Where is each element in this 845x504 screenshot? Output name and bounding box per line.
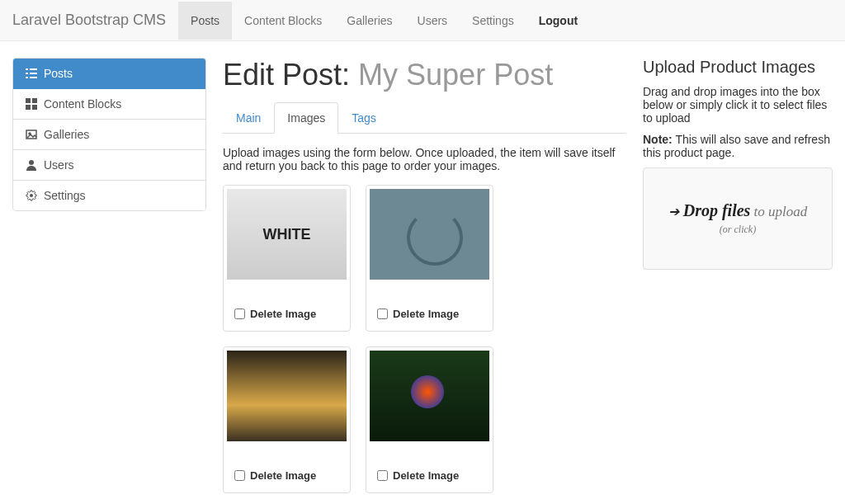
- sidebar-label: Users: [44, 158, 74, 172]
- image-card[interactable]: WHITE Delete Image: [223, 185, 351, 332]
- upload-desc: Drag and drop images into the box below …: [643, 85, 833, 125]
- title-post-name: My Super Post: [358, 58, 553, 92]
- svg-rect-2: [26, 73, 28, 74]
- sidebar-item-users[interactable]: Users: [13, 150, 205, 181]
- brand-link[interactable]: Laravel Bootstrap CMS: [12, 12, 178, 29]
- sidebar-label: Settings: [44, 189, 86, 202]
- thumbnail: [227, 351, 347, 441]
- svg-rect-7: [32, 98, 37, 103]
- thumbnail: WHITE: [227, 189, 347, 280]
- svg-rect-6: [26, 98, 31, 103]
- help-text: Upload images using the form below. Once…: [223, 146, 626, 172]
- tab-tags[interactable]: Tags: [338, 102, 389, 134]
- delete-checkbox[interactable]: [234, 470, 245, 481]
- nav-posts[interactable]: Posts: [178, 2, 232, 40]
- delete-text: Delete Image: [250, 308, 316, 320]
- nav-settings[interactable]: Settings: [460, 2, 526, 40]
- delete-image-label[interactable]: Delete Image: [370, 462, 489, 489]
- svg-rect-8: [26, 105, 31, 110]
- svg-rect-5: [30, 77, 37, 78]
- sidebar: Posts Content Blocks Galleries Users: [12, 58, 206, 504]
- delete-image-label[interactable]: Delete Image: [227, 300, 347, 327]
- svg-rect-4: [26, 77, 28, 78]
- thumbnail: [370, 189, 489, 280]
- nav-logout[interactable]: Logout: [526, 2, 590, 40]
- svg-rect-0: [26, 68, 28, 70]
- image-card[interactable]: Delete Image: [223, 346, 351, 493]
- top-navbar: Laravel Bootstrap CMS Posts Content Bloc…: [0, 0, 845, 41]
- sidebar-item-posts[interactable]: Posts: [13, 59, 205, 89]
- image-grid: WHITE Delete Image Delete Image Delete I…: [223, 185, 626, 504]
- arrow-icon: ➔: [668, 205, 679, 219]
- delete-checkbox[interactable]: [377, 470, 388, 481]
- page-title: Edit Post: My Super Post: [223, 58, 626, 92]
- upload-heading: Upload Product Images: [643, 58, 833, 77]
- svg-rect-3: [30, 73, 37, 74]
- user-icon: [26, 159, 37, 171]
- sidebar-label: Content Blocks: [44, 97, 121, 111]
- image-card[interactable]: Delete Image: [366, 185, 493, 332]
- svg-rect-9: [32, 105, 37, 110]
- sidebar-item-galleries[interactable]: Galleries: [13, 120, 205, 150]
- grid-icon: [26, 98, 37, 110]
- gear-icon: [26, 190, 37, 201]
- nav-list: Posts Content Blocks Galleries Users Set…: [178, 2, 590, 40]
- picture-icon: [26, 129, 37, 140]
- tab-main[interactable]: Main: [223, 102, 274, 134]
- upload-note: Note: This will also save and refresh th…: [643, 133, 833, 159]
- svg-rect-1: [30, 68, 37, 70]
- nav-users[interactable]: Users: [405, 2, 460, 40]
- sidebar-label: Galleries: [44, 128, 89, 141]
- title-prefix: Edit Post:: [223, 58, 358, 92]
- dropzone-subtext: (or click): [652, 224, 824, 236]
- delete-image-label[interactable]: Delete Image: [370, 300, 489, 327]
- dropzone[interactable]: ➔ Drop files to upload (or click): [643, 167, 833, 270]
- delete-text: Delete Image: [250, 469, 316, 482]
- thumbnail: [370, 351, 489, 441]
- delete-checkbox[interactable]: [377, 309, 388, 319]
- svg-point-12: [29, 160, 34, 165]
- upload-panel: Upload Product Images Drag and drop imag…: [643, 58, 833, 504]
- main-content: Edit Post: My Super Post Main Images Tag…: [223, 58, 626, 504]
- delete-image-label[interactable]: Delete Image: [227, 462, 347, 489]
- delete-text: Delete Image: [393, 308, 459, 320]
- nav-content-blocks[interactable]: Content Blocks: [232, 2, 334, 40]
- sidebar-label: Posts: [44, 67, 73, 80]
- dropzone-text: ➔ Drop files to upload: [652, 201, 824, 220]
- list-icon: [26, 68, 37, 79]
- delete-text: Delete Image: [393, 469, 459, 482]
- delete-checkbox[interactable]: [234, 309, 245, 319]
- image-card[interactable]: Delete Image: [366, 346, 493, 493]
- sidebar-item-settings[interactable]: Settings: [13, 181, 205, 210]
- nav-galleries[interactable]: Galleries: [334, 2, 404, 40]
- tab-images[interactable]: Images: [274, 102, 338, 134]
- tabs: Main Images Tags: [223, 102, 626, 134]
- sidebar-item-content-blocks[interactable]: Content Blocks: [13, 89, 205, 120]
